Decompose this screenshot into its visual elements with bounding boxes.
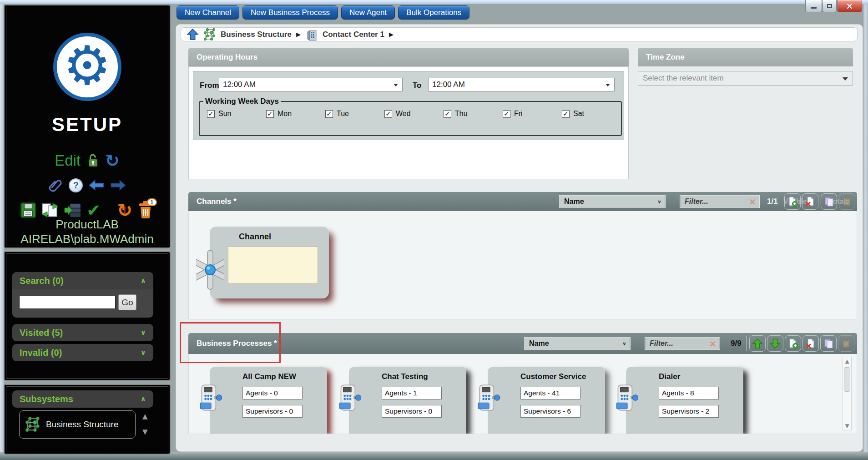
alert-badge: !	[122, 205, 126, 214]
attachment-icon[interactable]	[48, 177, 63, 193]
chevron-up-icon: ∧	[141, 277, 146, 285]
search-input[interactable]	[19, 296, 116, 309]
scroll-down-icon[interactable]: ▼	[843, 423, 851, 429]
bp-sort-dropdown[interactable]: Name ∨	[524, 337, 631, 350]
from-label: From	[200, 81, 219, 90]
bp-card-title: Customer Service	[520, 372, 586, 381]
close-button[interactable]: ×	[837, 0, 862, 12]
search-go-button[interactable]: Go	[118, 294, 136, 310]
bp-card-dialer[interactable]: Dialer Agents - 8 Supervisors - 2	[626, 367, 743, 434]
clear-filter-icon[interactable]: ×	[749, 197, 756, 207]
copy-refresh-icon[interactable]	[41, 202, 59, 218]
trash-count-badge: 1	[147, 198, 157, 206]
save-icon[interactable]	[20, 202, 36, 218]
subsystems-scroll-down[interactable]: ▼	[142, 428, 148, 436]
breadcrumb-arrow-icon[interactable]: ▶	[389, 31, 394, 38]
new-agent-button[interactable]: New Agent	[341, 5, 395, 20]
gear-icon: ⚙	[63, 39, 111, 92]
minimize-button[interactable]	[805, 0, 822, 12]
maximize-icon	[827, 4, 832, 8]
deploy-server-icon[interactable]	[64, 202, 82, 218]
channels-sort-dropdown[interactable]: Name ∨	[559, 195, 666, 208]
arrow-up-icon	[752, 338, 763, 349]
checkbox-checked-icon[interactable]: ✓	[266, 110, 274, 118]
window-right-border	[863, 0, 868, 460]
bp-copy-button[interactable]	[820, 335, 837, 352]
breadcrumb: Business Structure ▶ Contact Center 1 ▶	[181, 27, 858, 41]
breadcrumb-contact-center-1[interactable]: Contact Center 1	[323, 30, 384, 39]
logged-in-user: AIRELAB\plab.MWAdmin	[5, 232, 170, 246]
new-business-process-button[interactable]: New Business Process	[242, 5, 338, 20]
bp-filter-input[interactable]: Filter... ×	[645, 337, 720, 350]
bulk-operations-button[interactable]: Bulk Operations	[398, 5, 469, 20]
time-zone-dropdown[interactable]: Select the relevant item	[638, 71, 853, 86]
invalid-section-title: Invalid (0)	[20, 348, 62, 358]
visited-section-header[interactable]: Visited (5) ∨	[12, 324, 153, 341]
time-zone-header: Time Zone	[638, 48, 853, 66]
scrollbar-thumb[interactable]	[844, 367, 850, 392]
checkbox-checked-icon[interactable]: ✓	[562, 110, 570, 118]
weekday-wed: ✓ Wed	[384, 110, 444, 118]
search-section-title: Search (0)	[20, 276, 64, 286]
channel-card[interactable]: Channel	[210, 227, 329, 298]
validate-icon[interactable]: ✔	[86, 202, 101, 219]
subsystems-scroll-up[interactable]: ▲	[142, 412, 148, 420]
bp-move-up-button[interactable]	[749, 335, 766, 352]
invalid-section-header[interactable]: Invalid (0) ∨	[12, 344, 153, 361]
scroll-up-icon[interactable]: ▲	[843, 358, 851, 364]
bp-card-customer-service[interactable]: Customer Service Agents - 41 Supervisors…	[488, 367, 605, 434]
channels-add-button[interactable]	[784, 193, 801, 210]
maximize-button[interactable]	[823, 0, 837, 12]
channels-count: 1/1	[767, 197, 778, 206]
checkbox-checked-icon[interactable]: ✓	[207, 110, 215, 118]
breadcrumb-arrow-icon[interactable]: ▶	[296, 31, 301, 38]
channel-card-title: Channel	[239, 232, 271, 242]
from-time-dropdown[interactable]: 12:00 AM	[219, 78, 403, 91]
channels-filter-input[interactable]: Filter... ×	[680, 195, 760, 208]
channels-paste-button[interactable]	[839, 193, 855, 210]
back-arrow-icon[interactable]	[88, 179, 105, 191]
new-channel-button[interactable]: New Channel	[177, 5, 239, 20]
weekday-fri: ✓ Fri	[503, 110, 562, 118]
channels-header: Channels * Name ∨ Filter... × 1/1 Visibl…	[188, 192, 857, 211]
bp-paste-button[interactable]	[838, 335, 854, 352]
bp-card-chat-testing[interactable]: Chat Testing Agents - 1 Supervisors - 0	[349, 367, 466, 434]
clear-filter-icon[interactable]: ×	[709, 339, 717, 349]
bp-supervisors-field: Supervisors - 0	[382, 405, 442, 418]
business-processes-list: All Camp NEW Agents - 0 Supervisors - 0 …	[188, 354, 857, 434]
contact-center-icon	[305, 28, 318, 41]
bp-delete-button[interactable]	[802, 335, 819, 352]
to-time-dropdown[interactable]: 12:00 AM	[428, 78, 615, 91]
close-icon: ×	[846, 2, 853, 10]
revert-icon[interactable]: ↻!	[117, 201, 132, 219]
business-processes-title: Business Processes *	[197, 339, 277, 348]
bp-scrollbar[interactable]: ▲ ▼	[843, 357, 852, 430]
forward-arrow-icon[interactable]	[110, 179, 126, 191]
channels-delete-button[interactable]	[802, 193, 818, 210]
bp-supervisors-field: Supervisors - 0	[242, 405, 303, 418]
search-section-header[interactable]: Search (0) ∧	[12, 272, 153, 289]
bp-add-button[interactable]	[785, 335, 801, 352]
refresh-icon[interactable]: ↻	[105, 152, 120, 169]
subsystem-item-business-structure[interactable]: Business Structure	[19, 410, 136, 439]
tenant-name: ProductLAB	[5, 217, 170, 232]
chevron-down-icon: ∨	[622, 341, 626, 347]
channels-panel: Channels * Name ∨ Filter... × 1/1 Visibl…	[188, 192, 857, 319]
checkbox-checked-icon[interactable]: ✓	[444, 110, 451, 118]
breadcrumb-business-structure[interactable]: Business Structure	[221, 30, 292, 39]
unlock-icon[interactable]	[87, 153, 99, 168]
edit-button[interactable]: Edit	[55, 152, 81, 169]
checkbox-checked-icon[interactable]: ✓	[503, 110, 510, 118]
navigate-up-icon[interactable]	[187, 28, 199, 40]
chevron-down-icon: ∨	[141, 329, 146, 337]
arrow-down-icon	[770, 338, 781, 349]
sidebar-navigation-panel: Search (0) ∧ Go Visited (5) ∨ Invalid (0…	[4, 252, 170, 380]
bp-card-all-camp-new[interactable]: All Camp NEW Agents - 0 Supervisors - 0	[210, 367, 327, 434]
bp-move-down-button[interactable]	[767, 335, 783, 352]
subsystems-section-header[interactable]: Subsystems ∧	[12, 390, 153, 408]
channels-copy-button[interactable]	[821, 193, 837, 210]
checkbox-checked-icon[interactable]: ✓	[325, 110, 333, 118]
bp-card-title: All Camp NEW	[242, 372, 296, 381]
help-icon[interactable]: ?	[69, 178, 83, 192]
checkbox-checked-icon[interactable]: ✓	[384, 110, 392, 118]
